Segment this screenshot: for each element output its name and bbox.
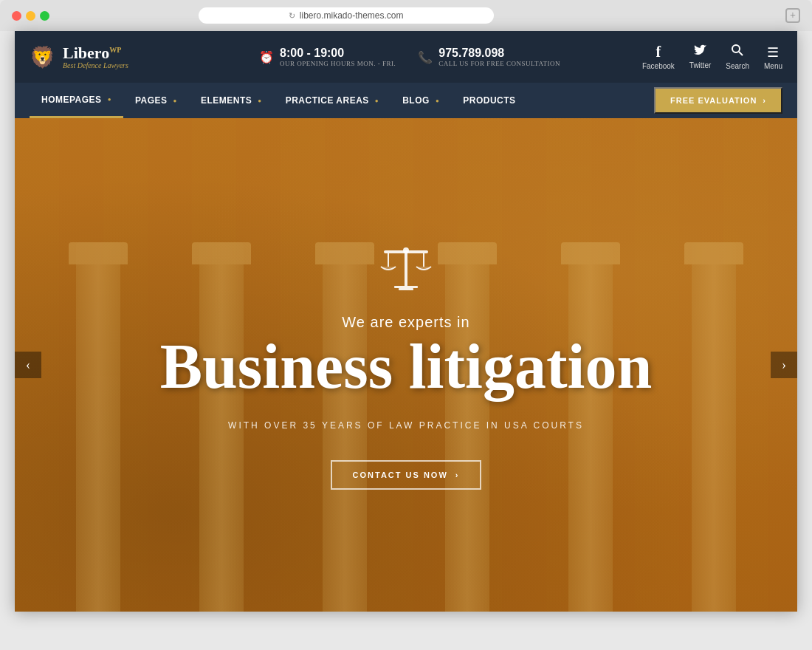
logo-wp: WP	[109, 45, 121, 53]
svg-line-1	[739, 52, 743, 55]
facebook-link[interactable]: f Facebook	[642, 44, 675, 70]
contact-us-button[interactable]: CONTACT US NOW ›	[331, 460, 482, 490]
url-text: libero.mikado-themes.com	[300, 10, 404, 21]
svg-rect-5	[399, 288, 413, 290]
nav-item-homepages[interactable]: HOMEPAGES ●	[30, 83, 123, 118]
hero-section: ‹ ›	[15, 118, 797, 612]
hero-title: Business litigation	[160, 335, 653, 398]
menu-link[interactable]: ☰ Menu	[764, 44, 782, 70]
browser-titlebar: ↻ libero.mikado-themes.com +	[0, 7, 812, 31]
svg-rect-4	[394, 286, 418, 288]
address-bar[interactable]: ↻ libero.mikado-themes.com	[199, 7, 494, 24]
twitter-label: Twitter	[689, 61, 711, 69]
facebook-icon: f	[656, 44, 661, 61]
phone-main: 975.789.098	[438, 47, 560, 60]
logo-tagline: Best Defence Lawyers	[63, 61, 128, 69]
svg-point-8	[403, 247, 409, 253]
nav-dot-1: ●	[108, 96, 111, 103]
phone-icon: 📞	[418, 50, 433, 64]
nav-item-pages[interactable]: PAGES ●	[123, 83, 189, 118]
topbar-social: f Facebook Twitter Search ☰ Menu	[642, 44, 782, 70]
hours-info: ⏰ 8:00 - 19:00 Our Opening Hours Mon. - …	[259, 47, 396, 67]
nav-item-practice-areas[interactable]: PRACTICE AREAS ●	[274, 83, 391, 118]
nav-dot-3: ●	[258, 98, 261, 104]
nav-items: HOMEPAGES ● PAGES ● ELEMENTS ● PRACTICE …	[30, 83, 654, 118]
menu-icon: ☰	[767, 44, 779, 61]
nav-dot-5: ●	[436, 98, 439, 104]
close-button[interactable]	[12, 11, 21, 21]
nav-bar: HOMEPAGES ● PAGES ● ELEMENTS ● PRACTICE …	[15, 83, 797, 118]
free-evaluation-arrow: ›	[763, 96, 766, 105]
minimize-button[interactable]	[26, 11, 35, 21]
nav-item-products[interactable]: PRODUCTS	[451, 83, 527, 118]
scales-of-justice-icon	[376, 240, 436, 299]
contact-us-arrow: ›	[455, 471, 460, 479]
facebook-label: Facebook	[642, 62, 675, 70]
top-bar: 🦁 LiberoWP Best Defence Lawyers ⏰ 8:00 -…	[15, 31, 797, 83]
nav-dot-2: ●	[173, 98, 177, 104]
phone-text: 975.789.098 Call Us For Free Consultatio…	[438, 47, 560, 67]
browser-window: ↻ libero.mikado-themes.com +	[0, 0, 812, 31]
refresh-icon: ↻	[289, 11, 295, 21]
browser-dots	[12, 11, 49, 21]
hero-description: WITH OVER 35 YEARS OF LAW PRACTICE IN US…	[228, 420, 584, 431]
nav-item-blog[interactable]: BLOG ●	[390, 83, 451, 118]
nav-item-elements[interactable]: ELEMENTS ●	[189, 83, 274, 118]
free-evaluation-label: FREE EVALUATION	[670, 96, 757, 105]
hours-text: 8:00 - 19:00 Our Opening Hours Mon. - Fr…	[280, 47, 396, 67]
website-container: 🦁 LiberoWP Best Defence Lawyers ⏰ 8:00 -…	[15, 31, 797, 612]
slider-next-button[interactable]: ›	[771, 352, 797, 378]
phone-sub: Call Us For Free Consultation	[438, 60, 560, 67]
logo-icon: 🦁	[30, 45, 55, 69]
search-label: Search	[726, 62, 749, 70]
logo-text: LiberoWP Best Defence Lawyers	[63, 45, 128, 69]
nav-dot-4: ●	[375, 98, 379, 104]
maximize-button[interactable]	[40, 11, 49, 21]
twitter-icon	[694, 44, 707, 60]
svg-rect-2	[405, 250, 407, 286]
search-link[interactable]: Search	[726, 44, 749, 70]
hero-content: We are experts in Business litigation WI…	[15, 118, 797, 612]
topbar-info: ⏰ 8:00 - 19:00 Our Opening Hours Mon. - …	[177, 47, 642, 67]
hero-subtitle: We are experts in	[342, 314, 469, 331]
logo[interactable]: 🦁 LiberoWP Best Defence Lawyers	[30, 45, 177, 69]
hours-main: 8:00 - 19:00	[280, 47, 396, 60]
search-icon	[731, 44, 744, 61]
svg-point-0	[732, 45, 740, 52]
slider-prev-button[interactable]: ‹	[15, 352, 41, 378]
logo-title: LiberoWP	[63, 45, 128, 61]
new-tab-button[interactable]: +	[785, 8, 800, 23]
free-evaluation-button[interactable]: FREE EVALUATION ›	[654, 87, 782, 114]
clock-icon: ⏰	[259, 50, 274, 64]
twitter-link[interactable]: Twitter	[689, 44, 711, 69]
menu-label: Menu	[764, 62, 782, 70]
new-tab-icon: +	[790, 10, 796, 21]
contact-us-label: CONTACT US NOW	[353, 471, 448, 479]
hours-sub: Our Opening Hours Mon. - Fri.	[280, 60, 396, 67]
phone-info: 📞 975.789.098 Call Us For Free Consultat…	[418, 47, 560, 67]
